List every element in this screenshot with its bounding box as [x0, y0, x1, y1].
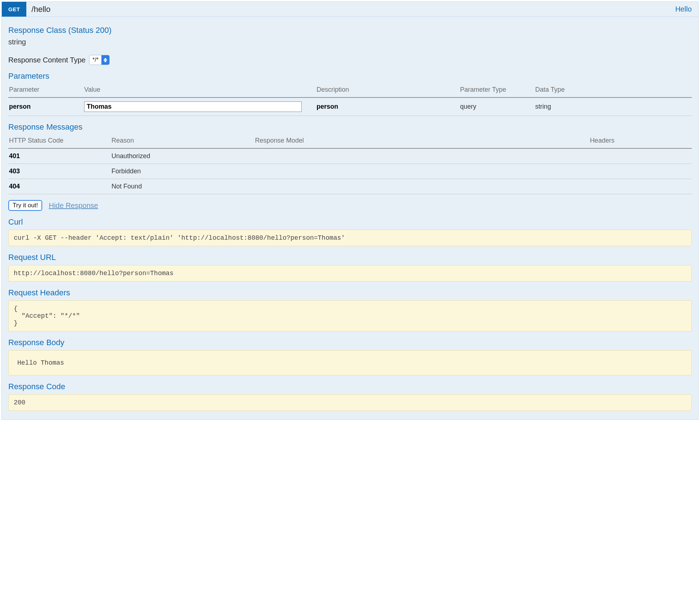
resp-reason: Unauthorized	[111, 148, 254, 164]
hide-response-link[interactable]: Hide Response	[49, 201, 98, 210]
param-name: person	[8, 97, 83, 116]
response-messages-heading: Response Messages	[8, 122, 692, 132]
response-code-output: 200	[8, 394, 692, 411]
operation-path: /hello	[31, 5, 51, 14]
request-headers-output: { "Accept": "*/*" }	[8, 300, 692, 331]
response-messages-table: HTTP Status Code Reason Response Model H…	[8, 135, 692, 194]
param-value-input[interactable]	[84, 101, 301, 112]
resp-reason: Forbidden	[111, 164, 254, 179]
response-class-heading: Response Class (Status 200)	[8, 26, 692, 35]
resp-status: 401	[8, 148, 111, 164]
response-body-heading: Response Body	[8, 338, 692, 347]
table-row: 401 Unauthorized	[8, 148, 692, 164]
operation-header[interactable]: GET /hello Hello	[2, 2, 698, 17]
resp-col-reason: Reason	[111, 135, 254, 148]
curl-output: curl -X GET --header 'Accept: text/plain…	[8, 230, 692, 246]
response-class-type: string	[8, 38, 692, 46]
request-headers-heading: Request Headers	[8, 288, 692, 298]
param-col-description: Description	[316, 84, 459, 97]
http-method-badge: GET	[2, 2, 26, 17]
resp-status: 404	[8, 179, 111, 194]
resp-col-status: HTTP Status Code	[8, 135, 111, 148]
content-type-value: */*	[89, 55, 101, 65]
try-it-out-button[interactable]: Try it out!	[8, 200, 42, 211]
request-url-heading: Request URL	[8, 253, 692, 262]
request-url-output: http://localhost:8080/hello?person=Thoma…	[8, 265, 692, 282]
table-row: person person query string	[8, 97, 692, 116]
resp-col-headers: Headers	[589, 135, 692, 148]
operation-body: Response Class (Status 200) string Respo…	[2, 17, 698, 420]
operation-tag-link[interactable]: Hello	[675, 5, 692, 13]
param-col-parameter: Parameter	[8, 84, 83, 97]
param-col-datatype: Data Type	[534, 84, 692, 97]
content-type-select[interactable]: */*	[89, 55, 110, 65]
table-row: 403 Forbidden	[8, 164, 692, 179]
param-col-value: Value	[83, 84, 316, 97]
content-type-label: Response Content Type	[8, 56, 86, 64]
resp-col-model: Response Model	[254, 135, 589, 148]
parameters-heading: Parameters	[8, 71, 692, 81]
response-body-output: Hello Thomas	[8, 350, 692, 375]
select-arrows-icon	[101, 55, 109, 65]
param-col-type: Parameter Type	[459, 84, 534, 97]
param-type: query	[459, 97, 534, 116]
resp-reason: Not Found	[111, 179, 254, 194]
resp-status: 403	[8, 164, 111, 179]
parameters-table: Parameter Value Description Parameter Ty…	[8, 84, 692, 116]
table-row: 404 Not Found	[8, 179, 692, 194]
curl-heading: Curl	[8, 217, 692, 227]
operation-panel: GET /hello Hello Response Class (Status …	[1, 1, 699, 420]
param-description: person	[316, 97, 459, 116]
param-datatype: string	[534, 97, 692, 116]
response-code-heading: Response Code	[8, 382, 692, 391]
